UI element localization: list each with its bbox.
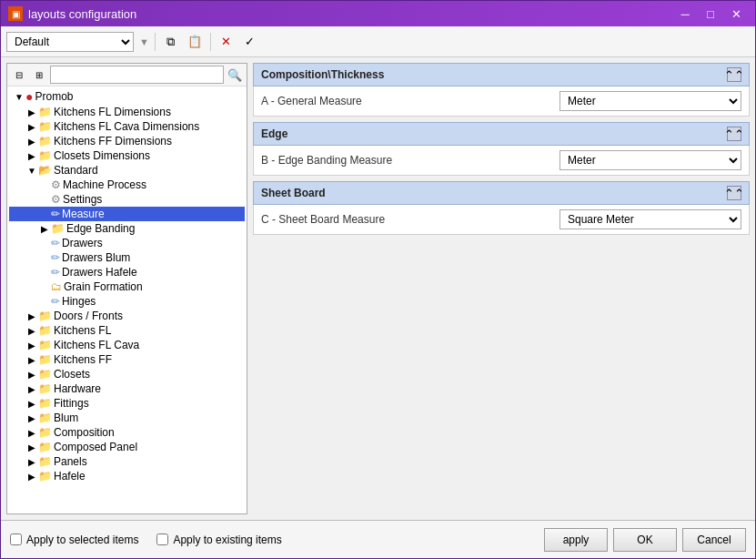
tree-node-drawers-hafele[interactable]: ▶ ✏ Drawers Hafele (9, 265, 245, 280)
minimize-button[interactable]: ─ (673, 5, 697, 23)
expand-icon[interactable]: ▼ (13, 90, 25, 103)
folder-icon: 📁 (38, 426, 52, 439)
collapse-icon: ⌃⌃ (724, 187, 744, 200)
layout-dropdown[interactable]: Default (6, 32, 134, 52)
folder-icon: 📁 (38, 324, 52, 337)
tree-node-hardware[interactable]: ▶ 📁 Hardware (9, 381, 245, 396)
collapse-composition-button[interactable]: ⌃⌃ (727, 67, 741, 82)
apply-selected-checkbox[interactable] (10, 534, 22, 545)
general-measure-label: A - General Measure (261, 95, 559, 107)
tree-node-label: Composition (54, 426, 115, 439)
tree-node-drawers[interactable]: ▶ ✏ Drawers (9, 236, 245, 250)
tree-node-label: Machine Process (63, 178, 146, 191)
tree-node-fittings[interactable]: ▶ 📁 Fittings (9, 396, 245, 411)
expand-icon[interactable]: ▶ (25, 470, 38, 483)
tree-node-hafele[interactable]: ▶ 📁 Hafele (9, 469, 245, 483)
tree-node-standard[interactable]: ▼ 📂 Standard (9, 163, 245, 178)
expand-icon[interactable]: ▶ (38, 222, 51, 235)
tree-node-kitchens-fl-dimensions[interactable]: ▶ 📁 Kitchens FL Dimensions (9, 105, 245, 119)
expand-icon[interactable]: ▶ (25, 310, 38, 322)
copy-button[interactable]: ⧉ (161, 32, 181, 52)
collapse-icon: ⌃⌃ (724, 127, 744, 141)
tree-node-label: Blum (54, 412, 78, 424)
apply-existing-checkbox[interactable] (156, 534, 168, 545)
tree-node-machine-process[interactable]: ▶ ⚙ Machine Process (9, 178, 245, 192)
expand-icon[interactable]: ▶ (25, 397, 38, 410)
collapse-edge-button[interactable]: ⌃⌃ (727, 127, 741, 141)
tree-node-label: Drawers (62, 237, 103, 249)
tree-node-closets-dimensions[interactable]: ▶ 📁 Closets Dimensions (9, 148, 245, 163)
ok-button[interactable]: OK (613, 528, 677, 552)
expand-icon[interactable]: ▶ (25, 412, 38, 424)
folder-icon: 📁 (38, 135, 52, 147)
tree-node-kitchens-fl[interactable]: ▶ 📁 Kitchens FL (9, 323, 245, 338)
tree-search-input[interactable] (50, 66, 224, 84)
tree-node-blum[interactable]: ▶ 📁 Blum (9, 411, 245, 425)
tree-node-composed-panel[interactable]: ▶ 📁 Composed Panel (9, 440, 245, 454)
cancel-button[interactable]: Cancel (682, 528, 746, 552)
folder-small-icon: 🗂 (51, 280, 62, 293)
tree-node-drawers-blum[interactable]: ▶ ✏ Drawers Blum (9, 250, 245, 265)
apply-existing-label[interactable]: Apply to existing items (173, 534, 281, 546)
tree-node-label: Panels (54, 455, 87, 468)
expand-icon[interactable]: ▶ (25, 353, 38, 366)
general-measure-select[interactable]: Meter Centimeter Millimeter Inch (559, 91, 741, 111)
folder-icon: 📁 (38, 353, 52, 366)
dropdown-arrow-icon: ▼ (139, 36, 149, 47)
tree-node-label: Standard (54, 164, 98, 177)
tree-expand-all-button[interactable]: ⊞ (30, 66, 48, 84)
maximize-button[interactable]: □ (699, 5, 722, 23)
promob-icon: ● (25, 89, 33, 104)
tree-node-promob[interactable]: ▼ ● Promob (9, 88, 245, 105)
tree-node-label: Edge Banding (66, 222, 135, 235)
expand-icon[interactable]: ▶ (25, 149, 38, 162)
apply-button[interactable]: apply (544, 528, 608, 552)
tree-node-settings[interactable]: ▶ ⚙ Settings (9, 192, 245, 207)
tree-node-kitchens-ff-dimensions[interactable]: ▶ 📁 Kitchens FF Dimensions (9, 134, 245, 148)
tree-node-panels[interactable]: ▶ 📁 Panels (9, 454, 245, 469)
paste-button[interactable]: 📋 (185, 32, 205, 52)
tree-node-hinges[interactable]: ▶ ✏ Hinges (9, 294, 245, 309)
maximize-icon: □ (707, 7, 714, 21)
tree-node-kitchens-ff[interactable]: ▶ 📁 Kitchens FF (9, 352, 245, 367)
expand-icon[interactable]: ▶ (25, 382, 38, 395)
expand-icon[interactable]: ▶ (25, 441, 38, 453)
collapse-all-icon: ⊟ (15, 70, 23, 80)
expand-icon[interactable]: ▶ (25, 106, 38, 118)
tree-node-label: Closets (54, 368, 90, 381)
edge-banding-select[interactable]: Meter Centimeter Millimeter Inch (559, 150, 741, 170)
expand-icon[interactable]: ▶ (25, 455, 38, 468)
expand-icon[interactable]: ▼ (25, 164, 38, 177)
sheet-board-select[interactable]: Square Meter Square Centimeter Square Fo… (559, 209, 741, 229)
window-title: layouts configuration (28, 7, 673, 21)
section-header-edge: Edge ⌃⌃ (253, 122, 750, 146)
tree-node-grain-formation[interactable]: ▶ 🗂 Grain Formation (9, 280, 245, 294)
tree-node-measure[interactable]: ▶ ✏ Measure (9, 207, 245, 221)
tree-node-kitchens-fl-cava[interactable]: ▶ 📁 Kitchens FL Cava (9, 338, 245, 352)
tree-node-label: Kitchens FL (54, 324, 111, 337)
tree-collapse-all-button[interactable]: ⊟ (10, 66, 28, 84)
collapse-sheet-board-button[interactable]: ⌃⌃ (727, 186, 741, 200)
expand-icon[interactable]: ▶ (25, 120, 38, 133)
expand-icon[interactable]: ▶ (25, 324, 38, 337)
folder-icon: 📁 (38, 368, 52, 381)
delete-button[interactable]: ✕ (217, 32, 237, 52)
close-button[interactable]: ✕ (724, 5, 748, 23)
apply-selected-label[interactable]: Apply to selected items (26, 534, 138, 546)
tree-node-label: Hardware (54, 382, 101, 395)
tree-node-doors-fronts[interactable]: ▶ 📁 Doors / Fronts (9, 309, 245, 323)
tree-node-kitchens-fl-cava-dimensions[interactable]: ▶ 📁 Kitchens FL Cava Dimensions (9, 119, 245, 134)
check-button[interactable]: ✓ (240, 32, 260, 52)
folder-icon: 📁 (38, 470, 52, 483)
expand-all-icon: ⊞ (35, 70, 43, 80)
tree-node-label: Closets Dimensions (54, 149, 150, 162)
expand-icon[interactable]: ▶ (25, 368, 38, 381)
tree-node-edge-banding[interactable]: ▶ 📁 Edge Banding (9, 221, 245, 236)
tree-node-closets[interactable]: ▶ 📁 Closets (9, 367, 245, 381)
copy-icon: ⧉ (166, 35, 175, 49)
expand-icon[interactable]: ▶ (25, 426, 38, 439)
expand-icon[interactable]: ▶ (25, 135, 38, 147)
tree-search-button[interactable]: 🔍 (226, 66, 244, 84)
expand-icon[interactable]: ▶ (25, 339, 38, 351)
tree-node-composition[interactable]: ▶ 📁 Composition (9, 425, 245, 440)
